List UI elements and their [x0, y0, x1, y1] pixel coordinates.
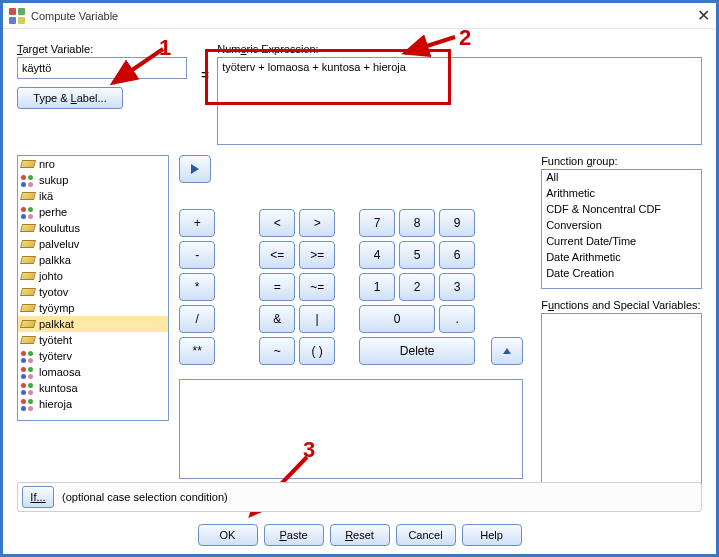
window-title: Compute Variable: [31, 10, 118, 22]
callout-number-2: 2: [459, 25, 471, 51]
nominal-icon: [21, 175, 35, 186]
functions-special-label: Functions and Special Variables:: [541, 299, 702, 311]
keypad-key[interactable]: >=: [299, 241, 335, 269]
callout-number-3: 3: [303, 437, 315, 463]
variable-item-label: työymp: [39, 302, 74, 314]
keypad-key[interactable]: -: [179, 241, 215, 269]
variable-item[interactable]: palkkat: [18, 316, 168, 332]
variable-item[interactable]: palkka: [18, 252, 168, 268]
keypad-key[interactable]: =: [259, 273, 295, 301]
reset-button[interactable]: Reset: [330, 524, 390, 546]
keypad-key[interactable]: >: [299, 209, 335, 237]
keypad-key[interactable]: 1: [359, 273, 395, 301]
if-description: (optional case selection condition): [62, 491, 228, 503]
arrow-right-icon: [188, 162, 202, 176]
variable-item-label: palkkat: [39, 318, 74, 330]
nominal-icon: [21, 383, 35, 394]
keypad-key[interactable]: .: [439, 305, 475, 333]
keypad-key[interactable]: 5: [399, 241, 435, 269]
help-button[interactable]: Help: [462, 524, 522, 546]
keypad-key[interactable]: *: [179, 273, 215, 301]
keypad-key[interactable]: 0: [359, 305, 435, 333]
scale-icon: [21, 271, 35, 282]
variable-item-label: hieroja: [39, 398, 72, 410]
nominal-icon: [21, 207, 35, 218]
cancel-button[interactable]: Cancel: [396, 524, 456, 546]
keypad-key[interactable]: &: [259, 305, 295, 333]
keypad-key[interactable]: 8: [399, 209, 435, 237]
variable-item-label: koulutus: [39, 222, 80, 234]
keypad-key[interactable]: 3: [439, 273, 475, 301]
variable-item-label: ikä: [39, 190, 53, 202]
function-group-item[interactable]: Current Date/Time: [542, 234, 701, 250]
paste-button[interactable]: Paste: [264, 524, 324, 546]
function-group-item[interactable]: Conversion: [542, 218, 701, 234]
keypad-key[interactable]: 7: [359, 209, 395, 237]
variable-item[interactable]: ikä: [18, 188, 168, 204]
function-group-item[interactable]: Arithmetic: [542, 186, 701, 202]
app-icon: [9, 8, 25, 24]
dialog-footer: OK Paste Reset Cancel Help: [3, 524, 716, 546]
keypad-key[interactable]: 2: [399, 273, 435, 301]
keypad-key[interactable]: ( ): [299, 337, 335, 365]
variable-item[interactable]: palveluv: [18, 236, 168, 252]
variable-item-label: sukup: [39, 174, 68, 186]
scale-icon: [21, 239, 35, 250]
variable-item[interactable]: sukup: [18, 172, 168, 188]
keypad-key[interactable]: +: [179, 209, 215, 237]
close-icon[interactable]: ✕: [697, 6, 710, 25]
nominal-icon: [21, 367, 35, 378]
variable-item-label: kuntosa: [39, 382, 78, 394]
variable-item[interactable]: hieroja: [18, 396, 168, 412]
callout-box-2: [205, 49, 451, 105]
keypad-key[interactable]: 6: [439, 241, 475, 269]
move-right-button[interactable]: [179, 155, 211, 183]
function-group-item[interactable]: Date Arithmetic: [542, 250, 701, 266]
if-button[interactable]: If...: [22, 486, 54, 508]
variable-item[interactable]: työterv: [18, 348, 168, 364]
move-up-button[interactable]: [491, 337, 523, 365]
variables-list[interactable]: nrosukupikäperhekoulutuspalveluvpalkkajo…: [17, 155, 169, 421]
keypad-key[interactable]: ~=: [299, 273, 335, 301]
function-group-item[interactable]: All: [542, 170, 701, 186]
keypad-key[interactable]: <: [259, 209, 295, 237]
keypad-key[interactable]: **: [179, 337, 215, 365]
description-box: [179, 379, 523, 479]
keypad-delete[interactable]: Delete: [359, 337, 475, 365]
variable-item[interactable]: tyotov: [18, 284, 168, 300]
variable-item[interactable]: työymp: [18, 300, 168, 316]
variable-item-label: palkka: [39, 254, 71, 266]
keypad-key[interactable]: 9: [439, 209, 475, 237]
type-label-button[interactable]: Type & Label...: [17, 87, 123, 109]
if-row: If... (optional case selection condition…: [17, 482, 702, 512]
variable-item[interactable]: perhe: [18, 204, 168, 220]
variable-item[interactable]: kuntosa: [18, 380, 168, 396]
variable-item-label: tyotov: [39, 286, 68, 298]
scale-icon: [21, 319, 35, 330]
keypad-key[interactable]: |: [299, 305, 335, 333]
nominal-icon: [21, 399, 35, 410]
variable-item[interactable]: koulutus: [18, 220, 168, 236]
variable-item-label: työteht: [39, 334, 72, 346]
scale-icon: [21, 335, 35, 346]
variable-item-label: johto: [39, 270, 63, 282]
function-group-list[interactable]: AllArithmeticCDF & Noncentral CDFConvers…: [541, 169, 702, 289]
keypad-key[interactable]: ~: [259, 337, 295, 365]
keypad-key[interactable]: 4: [359, 241, 395, 269]
keypad-key[interactable]: <=: [259, 241, 295, 269]
variable-item[interactable]: johto: [18, 268, 168, 284]
variable-item[interactable]: työteht: [18, 332, 168, 348]
variable-item-label: perhe: [39, 206, 67, 218]
scale-icon: [21, 191, 35, 202]
compute-variable-dialog: Compute Variable ✕ 1 2 3 Target Variable…: [0, 0, 719, 557]
variable-item[interactable]: nro: [18, 156, 168, 172]
keypad: +<>789-<=>=456*=~=123/&|0.**~( )Delete: [179, 209, 475, 365]
function-group-item[interactable]: CDF & Noncentral CDF: [542, 202, 701, 218]
variable-item-label: lomaosa: [39, 366, 81, 378]
variable-item-label: palveluv: [39, 238, 79, 250]
keypad-key[interactable]: /: [179, 305, 215, 333]
function-group-item[interactable]: Date Creation: [542, 266, 701, 282]
ok-button[interactable]: OK: [198, 524, 258, 546]
functions-special-list[interactable]: [541, 313, 702, 499]
variable-item[interactable]: lomaosa: [18, 364, 168, 380]
